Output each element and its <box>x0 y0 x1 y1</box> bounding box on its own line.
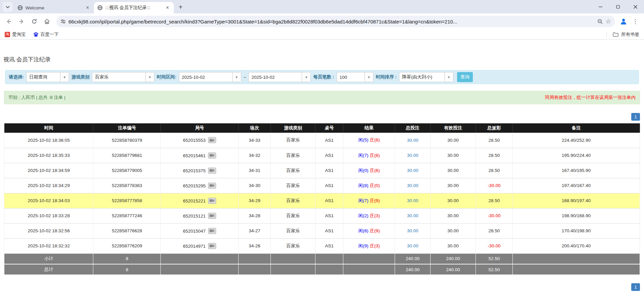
cell-time: 2025-10-02 18:32:56 <box>4 223 93 238</box>
cell-total-bet[interactable]: 30.00 <box>395 163 431 178</box>
table-row: 2025-10-02 18:33:28522858777246652015121… <box>4 208 640 223</box>
cell-payout: -30.00 <box>476 208 512 223</box>
video-replay-button[interactable] <box>208 183 216 189</box>
page-button-1[interactable]: 1 <box>631 283 640 291</box>
video-replay-button[interactable] <box>208 198 216 204</box>
tab-search-button[interactable] <box>3 2 13 12</box>
cell-bet-id: 522858777858 <box>93 193 161 208</box>
cell-session: 34-29 <box>238 193 271 208</box>
cell-remark: 198.90/168.90 <box>512 208 640 223</box>
home-button[interactable] <box>42 16 52 27</box>
video-replay-button[interactable] <box>208 168 216 174</box>
column-header: 有效投注 <box>431 123 476 133</box>
search-button[interactable]: 查询 <box>457 72 473 82</box>
back-button[interactable] <box>3 16 14 27</box>
game-type-select[interactable]: 百家乐 ▼ <box>92 72 154 82</box>
cell-session: 34-26 <box>238 238 271 253</box>
chevron-down-icon[interactable]: ▼ <box>145 72 154 82</box>
chevron-down-icon[interactable]: ▼ <box>232 72 241 82</box>
site-info-icon[interactable] <box>60 19 66 24</box>
cell-payout: 28.50 <box>476 148 512 163</box>
close-tab-icon[interactable]: × <box>164 5 170 11</box>
video-replay-button[interactable] <box>208 228 216 234</box>
cell-total-bet[interactable]: 30.00 <box>395 148 431 163</box>
tab-betrecord[interactable]: :::视讯 会员下注纪录::: × <box>94 2 174 13</box>
baidu-paw-icon <box>33 32 39 37</box>
url-text[interactable]: 66cxkj98.com/ipl/portal.php/game/betreco… <box>68 19 595 24</box>
bookmark-star-icon[interactable]: ☆ <box>606 18 611 24</box>
new-tab-button[interactable]: + <box>176 2 185 12</box>
cell-payout: -30.00 <box>476 238 512 253</box>
cell-time: 2025-10-02 18:35:33 <box>4 148 93 163</box>
cell-total-bet[interactable]: 30.00 <box>395 193 431 208</box>
maximize-button[interactable] <box>609 0 627 13</box>
close-tab-icon[interactable]: × <box>85 5 91 11</box>
summary-cell <box>271 264 315 275</box>
table-row: 2025-10-02 18:32:32522858776209652014971… <box>4 238 640 253</box>
cell-bet-id: 522858777246 <box>93 208 161 223</box>
cell-game-type: 百家乐 <box>271 208 315 223</box>
cell-result: 闲(0) 庄(6) <box>343 163 395 178</box>
cell-total-bet[interactable]: 30.00 <box>395 208 431 223</box>
zoom-icon[interactable] <box>597 19 603 24</box>
cell-table-no: AS1 <box>315 208 343 223</box>
close-window-button[interactable] <box>627 0 644 13</box>
cell-time: 2025-10-02 18:34:29 <box>4 178 93 193</box>
cell-remark: 197.40/167.40 <box>512 178 640 193</box>
summary-cell <box>271 253 315 264</box>
table-row: 2025-10-02 18:34:59522858779005652015375… <box>4 163 640 178</box>
address-bar[interactable]: 66cxkj98.com/ipl/portal.php/game/betreco… <box>56 16 615 27</box>
refresh-button[interactable] <box>29 16 40 27</box>
profile-avatar[interactable] <box>619 17 628 26</box>
column-header: 注单编号 <box>93 123 161 133</box>
date-from-select[interactable]: 2025-10-02 ▼ <box>179 72 241 82</box>
cell-time: 2025-10-02 18:36:05 <box>4 133 93 148</box>
cell-total-bet[interactable]: 30.00 <box>395 178 431 193</box>
video-replay-button[interactable] <box>208 213 216 219</box>
summary-cell <box>238 264 271 275</box>
globe-icon <box>17 5 23 10</box>
cell-bet-id: 522858778383 <box>93 178 161 193</box>
summary-cell <box>161 253 238 264</box>
cell-valid-bet: 30.00 <box>431 178 476 193</box>
query-mode-select[interactable]: 日期查询 ▼ <box>26 72 69 82</box>
cell-payout: -30.00 <box>476 178 512 193</box>
cell-bet-id: 522858776628 <box>93 223 161 238</box>
cell-total-bet[interactable]: 30.00 <box>395 133 431 148</box>
column-header: 备注 <box>512 123 640 133</box>
page-title: 视讯 会员下注纪录 <box>3 56 644 63</box>
sort-order-select[interactable]: 降幂(由大到小) ▼ <box>399 72 453 82</box>
summary-cell: 240.00 <box>395 264 431 275</box>
cell-remark: 224.40/252.90 <box>512 133 640 148</box>
bet-table: 时间注单编号局号场次游戏类别桌号结果总投注有效投注总派彩备注 2025-10-0… <box>4 123 640 275</box>
page-content: 视讯 会员下注纪录 请选择: 日期查询 ▼ 游戏类别 百家乐 ▼ 时间区间: 2… <box>0 56 644 291</box>
cell-table-no: AS1 <box>315 178 343 193</box>
page-size-select[interactable]: 100 ▼ <box>337 72 374 82</box>
cell-game-type: 百家乐 <box>271 163 315 178</box>
cell-valid-bet: 30.00 <box>431 238 476 253</box>
chevron-down-icon[interactable]: ▼ <box>302 72 310 82</box>
summary-cell <box>238 253 271 264</box>
cell-total-bet[interactable]: 30.00 <box>395 238 431 253</box>
chevron-down-icon[interactable]: ▼ <box>364 72 373 82</box>
forward-button[interactable] <box>16 16 27 27</box>
tab-welcome[interactable]: Welcome × <box>14 2 94 13</box>
video-replay-button[interactable] <box>208 137 216 143</box>
chevron-down-icon[interactable]: ▼ <box>444 72 453 82</box>
chevron-down-icon[interactable]: ▼ <box>60 72 69 82</box>
cell-total-bet[interactable]: 30.00 <box>395 223 431 238</box>
tab-title: :::视讯 会员下注纪录::: <box>105 5 162 11</box>
page-button-1[interactable]: 1 <box>631 113 640 121</box>
summary-cell <box>315 253 343 264</box>
all-bookmarks[interactable]: 所有书签 <box>606 32 639 38</box>
video-replay-button[interactable] <box>208 243 216 249</box>
date-to-select[interactable]: 2025-10-02 ▼ <box>248 72 311 82</box>
browser-menu-button[interactable]: ⋮ <box>630 16 641 27</box>
video-replay-button[interactable] <box>208 153 216 159</box>
currency-summary: 币别 : 人民币 | 总共 :8 注单 | <box>8 95 65 101</box>
summary-cell: 小计 <box>4 253 93 264</box>
bookmark-aitaobao[interactable]: 淘 爱淘宝 <box>5 32 26 38</box>
bookmark-baidu[interactable]: 百度一下 <box>33 32 59 38</box>
globe-icon <box>97 5 103 10</box>
minimize-button[interactable] <box>592 0 609 13</box>
